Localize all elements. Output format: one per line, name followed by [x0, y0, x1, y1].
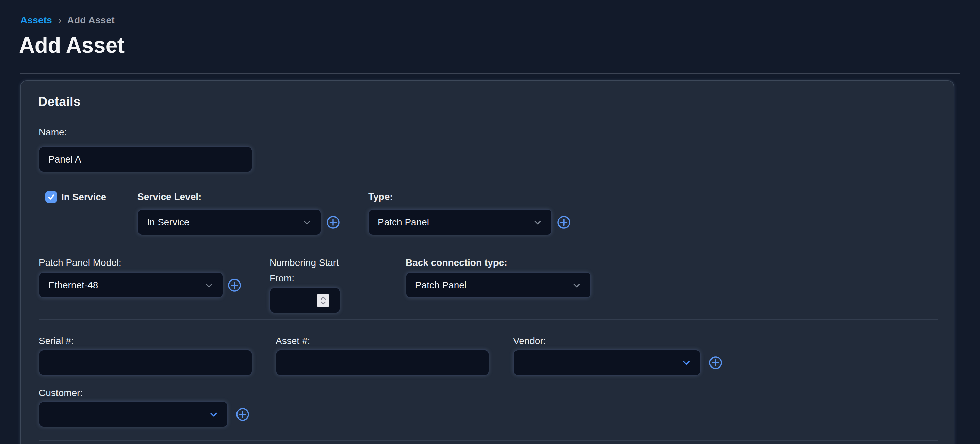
- customer-label: Customer:: [39, 385, 83, 401]
- vendor-select[interactable]: [513, 349, 701, 376]
- section-divider: [39, 440, 938, 441]
- section-divider: [39, 182, 938, 182]
- chevron-down-icon: [572, 281, 582, 290]
- numbering-start-field: [269, 287, 340, 314]
- in-service-checkbox[interactable]: [45, 191, 57, 203]
- asset-number-label: Asset #:: [275, 333, 310, 349]
- breadcrumb: Assets › Add Asset: [21, 15, 115, 26]
- check-icon: [47, 193, 56, 201]
- asset-number-input[interactable]: [275, 349, 489, 376]
- details-card: Details Name: In Service Service Level: …: [20, 80, 955, 444]
- chevron-down-icon: [682, 358, 691, 368]
- chevron-down-icon: [533, 217, 542, 227]
- patch-panel-model-label: Patch Panel Model:: [39, 255, 121, 271]
- patch-panel-model-value: Ethernet-48: [48, 280, 98, 291]
- service-level-select[interactable]: In Service: [137, 209, 321, 235]
- breadcrumb-link-assets[interactable]: Assets: [21, 15, 52, 25]
- chevron-down-icon: [302, 217, 312, 227]
- section-divider: [39, 244, 938, 244]
- add-customer-button[interactable]: [235, 407, 250, 422]
- page-title: Add Asset: [19, 33, 124, 58]
- vendor-label: Vendor:: [513, 333, 546, 349]
- numbering-start-input[interactable]: [269, 287, 340, 314]
- type-label: Type:: [368, 189, 393, 205]
- back-connection-type-select[interactable]: Patch Panel: [406, 272, 591, 298]
- add-patch-panel-model-button[interactable]: [227, 278, 242, 293]
- patch-panel-model-select[interactable]: Ethernet-48: [39, 272, 223, 298]
- type-value: Patch Panel: [378, 217, 429, 228]
- name-input[interactable]: [39, 146, 253, 172]
- in-service-label: In Service: [61, 189, 106, 205]
- serial-label: Serial #:: [39, 333, 74, 349]
- service-level-value: In Service: [147, 217, 189, 228]
- add-type-button[interactable]: [556, 215, 571, 230]
- number-stepper-icon: [320, 296, 327, 305]
- chevron-down-icon: [209, 410, 218, 419]
- plus-circle-icon: [708, 355, 723, 370]
- number-stepper[interactable]: [317, 294, 329, 307]
- plus-circle-icon: [235, 407, 250, 422]
- numbering-start-label: Numbering Start From:: [269, 255, 351, 286]
- type-select[interactable]: Patch Panel: [368, 209, 552, 235]
- back-connection-type-value: Patch Panel: [415, 280, 466, 291]
- back-connection-type-label: Back connection type:: [406, 255, 508, 271]
- plus-circle-icon: [556, 215, 571, 230]
- plus-circle-icon: [326, 215, 340, 230]
- chevron-down-icon: [204, 281, 214, 290]
- customer-select[interactable]: [39, 401, 228, 427]
- name-label: Name:: [39, 124, 67, 140]
- header-divider: [20, 73, 960, 74]
- section-divider: [39, 319, 938, 320]
- add-asset-page: Assets › Add Asset Add Asset Details Nam…: [0, 0, 980, 444]
- plus-circle-icon: [227, 278, 242, 293]
- add-vendor-button[interactable]: [708, 355, 723, 370]
- card-title: Details: [38, 95, 81, 109]
- breadcrumb-separator: ›: [58, 15, 62, 25]
- serial-input[interactable]: [39, 349, 253, 376]
- service-level-label: Service Level:: [137, 189, 202, 205]
- breadcrumb-current: Add Asset: [67, 15, 115, 25]
- add-service-level-button[interactable]: [326, 215, 340, 230]
